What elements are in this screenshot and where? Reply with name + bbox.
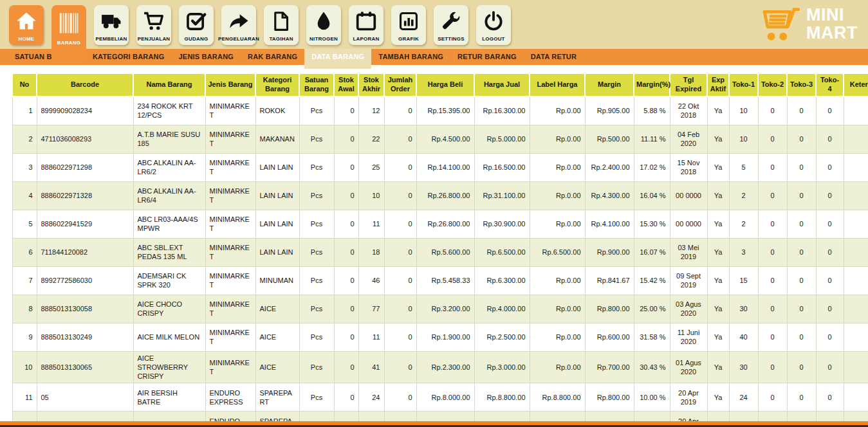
table-cell: 0 [334,323,358,351]
toolbar-button-settings[interactable]: SETTINGS [434,5,468,45]
table-row[interactable]: 38886022971298ABC ALKALIN AA-LR6/2MINIMA… [12,153,868,181]
column-header: Margin(%) [634,73,670,96]
table-cell: AICE MILK MELON [133,323,205,351]
table-cell: 0 [384,210,416,238]
table-cell: 0 [384,295,416,323]
table-cell: MINIMARKET [205,181,255,210]
column-header: Satuan Barang [299,73,334,96]
table-cell: 0 [384,181,416,210]
table-row[interactable]: 78992772586030ADEMSARI CK SPRK 320MINIMA… [12,266,868,295]
table-cell: 4 [12,181,37,210]
table-cell: 234 ROKOK KRT 12/PCS [133,96,205,125]
table-cell: Ya [707,181,729,210]
table-cell: Pcs [299,153,334,181]
toolbar-button-logout[interactable]: LOGOUT [476,5,511,45]
table-row[interactable]: 108885013130065AICE STROWBERRY CRISPYMIN… [12,351,868,383]
table-cell: 0 [787,238,816,266]
table-cell: 17.02 % [634,153,670,181]
table-cell: Pcs [299,210,334,238]
table-cell: Rp.6.500.00 [530,238,585,266]
table-cell: 0 [758,323,787,351]
toolbar-button-pembelian[interactable]: PEMBELIAN [94,5,129,45]
table-cell: Rp.905.00 [585,96,634,125]
table-cell: 11 Juni 2020 [670,323,707,351]
content-area: NoBarcodeNama BarangJenis BarangKategori… [0,65,868,427]
table-cell: 0 [816,181,844,210]
table-row[interactable]: 24711036008293A.T.B MARIE SUSU 185MINIMA… [12,125,868,153]
table-cell: Rp.4.100.00 [585,210,634,238]
table-cell: Rp.0.00 [530,153,585,181]
table-cell: Ya [707,351,729,383]
table-cell: Rp.26.800.00 [416,181,474,210]
table-cell: MINIMARKET [205,153,255,181]
table-cell: Rp.4.500.00 [416,125,474,153]
toolbar-button-penjualan[interactable]: PENJUALAN [136,5,171,45]
table-body: 18999909028234234 ROKOK KRT 12/PCSMINIMA… [12,96,868,427]
table-cell: 0 [816,96,844,125]
table-cell [844,125,868,153]
table-cell: LAIN LAIN [255,210,299,238]
column-header: Margin [585,73,634,96]
table-cell: 0 [334,210,358,238]
table-cell: 03 Mei 2019 [670,238,707,266]
column-header: Toko-1 [729,73,758,96]
table-row[interactable]: 6711844120082ABC SBL.EXT PEDAS 135 MLMIN… [12,238,868,266]
table-cell: 0 [384,153,416,181]
table-row[interactable]: 58886022941529ABC LR03-AAA/4S MPWRMINIMA… [12,210,868,238]
table-cell: 11 [358,210,384,238]
table-cell: 4711036008293 [37,125,133,153]
table-cell: 8885013130058 [37,295,133,323]
toolbar-button-barang[interactable]: BARANG [51,5,86,65]
table-cell: 0 [334,238,358,266]
table-cell: 22 Okt 2018 [670,96,707,125]
table-cell: AIR BERSIH BATRE [133,383,205,412]
toolbar-button-home[interactable]: HOME [9,5,44,45]
horizontal-scrollbar[interactable] [0,421,868,427]
table-cell: 0 [758,210,787,238]
table-cell: ABC SBL.EXT PEDAS 135 ML [133,238,205,266]
table-cell: 0 [384,125,416,153]
table-cell: Rp.3.000.00 [474,351,530,383]
table-row[interactable]: 48886022971328ABC ALKALIN AA-LR6/4MINIMA… [12,181,868,210]
power-icon [482,10,505,33]
toolbar-button-tagihan[interactable]: TAGIHAN [264,5,299,45]
table-cell: Rp.5.458.33 [416,266,474,295]
table-cell: 10 [358,181,384,210]
table-cell: 15.30 % [634,210,670,238]
table-cell: LAIN LAIN [255,238,299,266]
toolbar-button-nitrogen[interactable]: NITROGEN [306,5,341,45]
table-row[interactable]: 98885013130249AICE MILK MELONMINIMARKETA… [12,323,868,351]
toolbar-button-label: NITROGEN [309,36,338,42]
table-cell: 0 [787,351,816,383]
table-cell: MINIMARKET [205,96,255,125]
table-cell: Rp.5.000.00 [474,125,530,153]
table-cell: 3 [12,153,37,181]
toolbar-button-pengeluaran[interactable]: PENGELUARAN [221,5,256,45]
table-row[interactable]: 18999909028234234 ROKOK KRT 12/PCSMINIMA… [12,96,868,125]
table-cell: 30.43 % [634,351,670,383]
table-cell: 0 [816,323,844,351]
table-cell: MAKANAN [255,125,299,153]
table-cell: 0 [334,153,358,181]
table-cell: 7 [12,266,37,295]
table-row[interactable]: 1105AIR BERSIH BATREENDURO EXPRESSSPAREP… [12,383,868,412]
table-cell: 24 [729,383,758,412]
toolbar-button-grafik[interactable]: GRAFIK [391,5,426,45]
table-cell: 11 [358,323,384,351]
table-cell: Pcs [299,295,334,323]
table-cell: 8886022941529 [37,210,133,238]
toolbar-button-label: HOME [19,36,35,42]
table-cell: 46 [358,266,384,295]
table-cell: 9 [12,323,37,351]
table-row[interactable]: 88885013130058AICE CHOCO CRISPYMINIMARKE… [12,295,868,323]
subnav-item-data-retur[interactable]: DATA RETUR [524,49,584,65]
toolbar-button-laporan[interactable]: LAPORAN [349,5,383,45]
table-cell: Pcs [299,383,334,412]
column-header: Toko-3 [787,73,816,96]
table-cell: Pcs [299,351,334,383]
toolbar-button-gudang[interactable]: GUDANG [179,5,214,45]
table-cell: 16.07 % [634,238,670,266]
table-cell: Rp.26.800.00 [416,210,474,238]
table-cell: 0 [758,238,787,266]
table-cell: 0 [758,351,787,383]
